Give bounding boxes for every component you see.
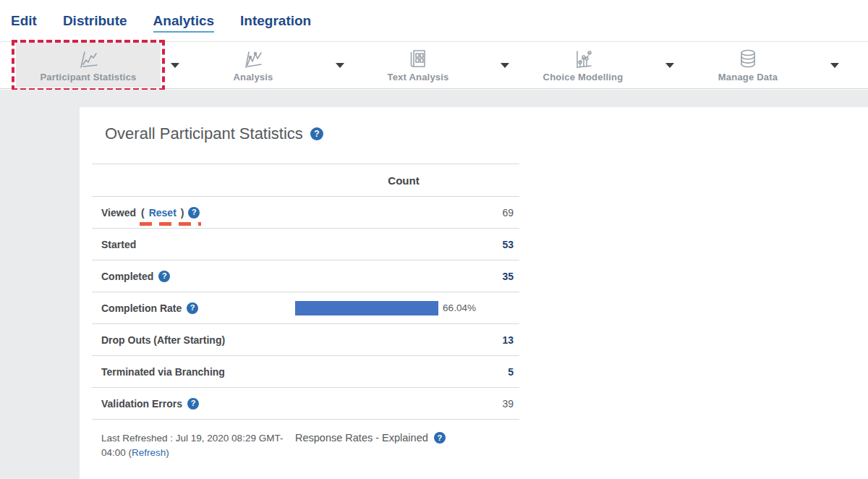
toolbar-group-choice-modelling: Choice Modelling [511,43,676,88]
completion-bar-fill [295,301,438,315]
row-value: 69 [288,207,519,219]
row-label: Viewed [101,207,136,219]
document-grid-icon [407,48,429,69]
table-header-row: Count [92,164,519,197]
reset-link[interactable]: Reset [149,207,176,219]
refresh-link[interactable]: Refresh [132,447,166,458]
nav-item-distribute[interactable]: Distribute [63,13,127,33]
response-rates-help-icon[interactable]: ? [434,432,446,444]
validation-errors-help-icon[interactable]: ? [187,398,199,410]
row-value: 35 [288,271,519,282]
text-analysis-button[interactable]: Text Analysis [346,43,490,88]
table-row-completion-rate: Completion Rate ? 66.04% [92,292,519,324]
row-label: Completion Rate [101,302,182,314]
toolbar-group-participant-statistics: Participant Statistics [16,43,181,88]
row-label: Terminated via Branching [101,366,225,378]
paren-open: ( [141,207,145,219]
toolbar-item-label: Manage Data [718,72,778,82]
page-title: Overall Participant Statistics [105,124,303,143]
analytics-toolbar: Participant Statistics Analysis [0,41,868,89]
nav-item-analytics[interactable]: Analytics [153,13,214,33]
row-value: 13 [288,334,519,346]
toolbar-item-label: Choice Modelling [543,72,624,82]
red-dashed-annotation-underline [140,222,201,226]
table-footer: Last Refreshed : Jul 19, 2020 08:29 GMT-… [92,420,519,461]
completion-bar-track [295,301,438,315]
choice-modelling-dropdown-caret[interactable] [665,63,674,68]
table-row-terminated: Terminated via Branching 5 [92,356,519,388]
toolbar-group-text-analysis: Text Analysis [346,43,511,88]
area-chart-icon [242,48,264,69]
analysis-dropdown-caret[interactable] [336,63,344,68]
manage-data-dropdown-caret[interactable] [830,63,839,68]
database-icon [737,48,759,69]
analysis-button[interactable]: Analysis [181,43,326,88]
table-row-started: Started 53 [92,229,519,260]
row-label: Completed [101,271,153,282]
toolbar-item-label: Participant Statistics [41,72,137,82]
row-label: Drop Outs (After Starting) [101,334,225,346]
completion-rate-bar-cell: 66.04% [288,301,519,315]
participant-statistics-table: Count Viewed ( Reset ) ? 69 [92,164,519,461]
toolbar-item-label: Analysis [233,72,273,82]
scatter-trend-icon [572,48,594,69]
app-screen: Edit Distribute Analytics Integration Pa… [0,0,868,479]
page-background: Overall Participant Statistics ? Count V… [0,90,868,479]
title-help-icon[interactable]: ? [310,127,323,140]
completion-rate-help-icon[interactable]: ? [187,302,198,314]
manage-data-button[interactable]: Manage Data [676,43,820,88]
response-rates-explained: Response Rates - Explained ? [295,431,446,461]
completed-help-icon[interactable]: ? [158,271,170,282]
viewed-help-icon[interactable]: ? [188,207,200,219]
count-column-header: Count [288,174,519,187]
line-chart-icon [77,48,99,69]
table-row-validation-errors: Validation Errors ? 39 [92,388,519,420]
participant-statistics-button[interactable]: Participant Statistics [16,43,161,88]
top-nav: Edit Distribute Analytics Integration [0,0,868,41]
row-label: Validation Errors [101,398,182,410]
row-label: Started [101,239,136,250]
row-value: 53 [288,239,519,250]
last-refreshed-text: Last Refreshed : Jul 19, 2020 08:29 GMT-… [101,431,286,461]
nav-item-integration[interactable]: Integration [240,13,311,33]
card-title-row: Overall Participant Statistics ? [80,107,868,143]
completion-rate-value: 66.04% [443,302,476,313]
content-card: Overall Participant Statistics ? Count V… [80,107,868,479]
nav-item-edit[interactable]: Edit [11,13,37,33]
reset-annotated-group: ( Reset ) ? [141,207,200,219]
paren-close: ) [166,447,169,458]
paren-close: ) [181,207,184,219]
table-row-viewed: Viewed ( Reset ) ? 69 [92,197,519,229]
row-value: 39 [288,398,519,410]
toolbar-group-manage-data: Manage Data [676,43,841,88]
choice-modelling-button[interactable]: Choice Modelling [511,43,655,88]
row-value: 5 [288,366,519,378]
table-row-drop-outs: Drop Outs (After Starting) 13 [92,324,519,356]
toolbar-item-label: Text Analysis [388,72,449,82]
toolbar-group-analysis: Analysis [181,43,346,88]
text-analysis-dropdown-caret[interactable] [501,63,509,68]
table-row-completed: Completed ? 35 [92,260,519,292]
participant-statistics-dropdown-caret[interactable] [171,63,179,68]
